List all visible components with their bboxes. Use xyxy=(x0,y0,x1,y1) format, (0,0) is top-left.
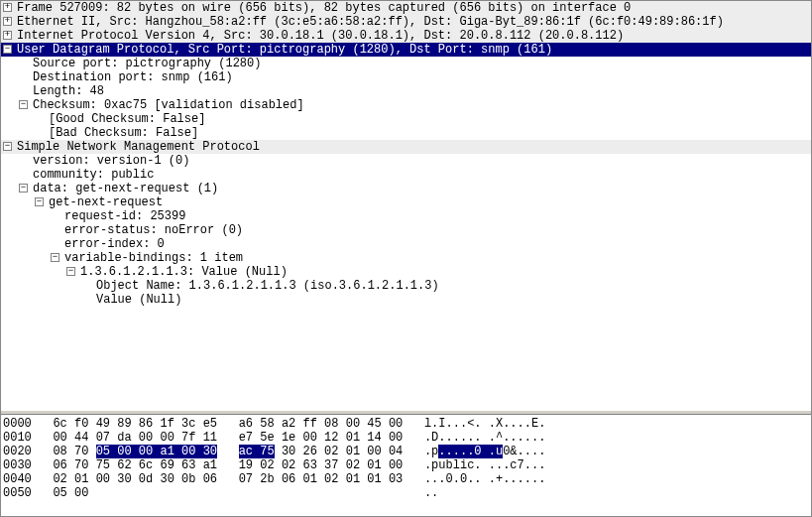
tree-row-label: community: public xyxy=(1,168,154,182)
packet-tree-pane[interactable]: Frame 527009: 82 bytes on wire (656 bits… xyxy=(1,1,811,410)
tree-row-label: [Bad Checksum: False] xyxy=(1,126,198,140)
tree-snmp-errorindex[interactable]: error-index: 0 xyxy=(1,237,811,251)
tree-udp-bad-checksum[interactable]: [Bad Checksum: False] xyxy=(1,126,811,140)
hex-offset: 0050 xyxy=(3,486,32,500)
hex-row[interactable]: 0050 05 00 .. xyxy=(3,486,809,500)
tree-snmp-data[interactable]: data: get-next-request (1) xyxy=(1,182,811,195)
tree-snmp-objectname[interactable]: Object Name: 1.3.6.1.2.1.1.3 (iso.3.6.1.… xyxy=(1,279,811,293)
hex-offset: 0030 xyxy=(3,458,32,472)
hex-ascii: .. xyxy=(424,486,438,500)
expand-icon[interactable] xyxy=(3,31,12,40)
hex-bytes: 6c f0 49 89 86 1f 3c e5 xyxy=(53,417,217,431)
tree-snmp-community[interactable]: community: public xyxy=(1,168,811,182)
tree-snmp-version[interactable]: version: version-1 (0) xyxy=(1,154,811,168)
hex-bytes: 07 2b 06 01 02 01 01 03 xyxy=(239,472,404,486)
hex-offset: 0040 xyxy=(3,472,32,486)
hex-row[interactable]: 0010 00 44 07 da 00 00 7f 11 e7 5e 1e 00… xyxy=(3,431,809,445)
hex-offset: 0020 xyxy=(3,445,32,458)
hex-row[interactable]: 0020 08 70 05 00 00 a1 00 30 ac 75 30 26… xyxy=(3,445,809,458)
tree-snmp-errorstatus[interactable]: error-status: noError (0) xyxy=(1,223,811,237)
tree-snmp-getnext[interactable]: get-next-request xyxy=(1,195,811,209)
hex-bytes: e7 5e 1e 00 12 01 14 00 xyxy=(239,431,404,445)
hex-row[interactable]: 0000 6c f0 49 89 86 1f 3c e5 a6 58 a2 ff… xyxy=(3,417,809,431)
tree-udp-checksum[interactable]: Checksum: 0xac75 [validation disabled] xyxy=(1,98,811,112)
tree-row-label: Ethernet II, Src: Hangzhou_58:a2:ff (3c:… xyxy=(1,15,724,29)
hex-bytes: 06 70 75 62 6c 69 63 a1 xyxy=(53,458,217,472)
tree-row-label: Length: 48 xyxy=(1,84,104,98)
tree-row-label: Internet Protocol Version 4, Src: 30.0.1… xyxy=(1,29,624,43)
collapse-icon[interactable] xyxy=(35,197,44,206)
hex-ascii-highlight: .....0 .u xyxy=(438,445,503,458)
tree-row-label: User Datagram Protocol, Src Port: pictro… xyxy=(1,43,552,57)
tree-row-label: Source port: pictrography (1280) xyxy=(1,57,261,70)
tree-row-label: version: version-1 (0) xyxy=(1,154,189,168)
tree-snmp-varbind[interactable]: variable-bindings: 1 item xyxy=(1,251,811,265)
hex-offset: 0010 xyxy=(3,431,32,445)
hex-ascii: l.I...<. .X....E. xyxy=(424,417,545,431)
hex-ascii: .public. ...c7... xyxy=(424,458,545,472)
tree-udp-length[interactable]: Length: 48 xyxy=(1,84,811,98)
tree-row-label: 1.3.6.1.2.1.1.3: Value (Null) xyxy=(1,265,288,279)
tree-row-label: Value (Null) xyxy=(1,293,181,307)
hex-ascii: .D...... .^...... xyxy=(424,431,545,445)
hex-bytes: 02 01 00 30 0d 30 0b 06 xyxy=(53,472,217,486)
hex-offset: 0000 xyxy=(3,417,32,431)
hex-bytes: 30 26 02 01 00 04 xyxy=(275,445,404,458)
tree-row-label: error-index: 0 xyxy=(1,237,165,251)
hex-dump-pane[interactable]: 0000 6c f0 49 89 86 1f 3c e5 a6 58 a2 ff… xyxy=(1,415,811,516)
hex-bytes: 00 44 07 da 00 00 7f 11 xyxy=(53,431,217,445)
tree-udp[interactable]: User Datagram Protocol, Src Port: pictro… xyxy=(1,43,811,57)
tree-snmp-oid[interactable]: 1.3.6.1.2.1.1.3: Value (Null) xyxy=(1,265,811,279)
tree-snmp[interactable]: Simple Network Management Protocol xyxy=(1,140,811,154)
hex-ascii: .p xyxy=(424,445,438,458)
tree-row-label: error-status: noError (0) xyxy=(1,223,243,237)
hex-ascii: 0&.... xyxy=(503,445,545,458)
hex-ascii: ...0.0.. .+...... xyxy=(424,472,545,486)
tree-row-label: data: get-next-request (1) xyxy=(1,182,218,195)
tree-ip[interactable]: Internet Protocol Version 4, Src: 30.0.1… xyxy=(1,29,811,43)
tree-frame[interactable]: Frame 527009: 82 bytes on wire (656 bits… xyxy=(1,1,811,15)
collapse-icon[interactable] xyxy=(51,253,59,262)
collapse-icon[interactable] xyxy=(19,184,28,193)
expand-icon[interactable] xyxy=(3,3,12,12)
tree-row-label: Frame 527009: 82 bytes on wire (656 bits… xyxy=(1,1,631,15)
tree-row-label: Simple Network Management Protocol xyxy=(1,140,260,154)
collapse-icon[interactable] xyxy=(66,267,75,276)
hex-row[interactable]: 0030 06 70 75 62 6c 69 63 a1 19 02 02 63… xyxy=(3,458,809,472)
hex-bytes-highlight: ac 75 xyxy=(239,445,275,458)
hex-row[interactable]: 0040 02 01 00 30 0d 30 0b 06 07 2b 06 01… xyxy=(3,472,809,486)
expand-icon[interactable] xyxy=(3,17,12,26)
tree-udp-srcport[interactable]: Source port: pictrography (1280) xyxy=(1,57,811,70)
tree-snmp-requestid[interactable]: request-id: 25399 xyxy=(1,209,811,223)
tree-udp-dstport[interactable]: Destination port: snmp (161) xyxy=(1,70,811,84)
hex-bytes: a6 58 a2 ff 08 00 45 00 xyxy=(239,417,404,431)
tree-row-label: Object Name: 1.3.6.1.2.1.1.3 (iso.3.6.1.… xyxy=(1,279,439,293)
tree-row-label: Checksum: 0xac75 [validation disabled] xyxy=(1,98,304,112)
tree-row-label: variable-bindings: 1 item xyxy=(1,251,243,265)
hex-bytes: 05 00 xyxy=(53,486,88,500)
packet-details-window: Frame 527009: 82 bytes on wire (656 bits… xyxy=(0,0,812,517)
tree-row-label: request-id: 25399 xyxy=(1,209,185,223)
collapse-icon[interactable] xyxy=(3,45,12,54)
hex-bytes: 08 70 xyxy=(53,445,95,458)
collapse-icon[interactable] xyxy=(3,142,12,151)
hex-bytes-highlight: 05 00 00 a1 00 30 xyxy=(96,445,217,458)
tree-row-label: Destination port: snmp (161) xyxy=(1,70,233,84)
tree-snmp-value[interactable]: Value (Null) xyxy=(1,293,811,307)
collapse-icon[interactable] xyxy=(19,100,28,109)
tree-ethernet[interactable]: Ethernet II, Src: Hangzhou_58:a2:ff (3c:… xyxy=(1,15,811,29)
tree-udp-good-checksum[interactable]: [Good Checksum: False] xyxy=(1,112,811,126)
tree-row-label: get-next-request xyxy=(1,195,163,209)
hex-bytes: 19 02 02 63 37 02 01 00 xyxy=(239,458,404,472)
tree-row-label: [Good Checksum: False] xyxy=(1,112,205,126)
